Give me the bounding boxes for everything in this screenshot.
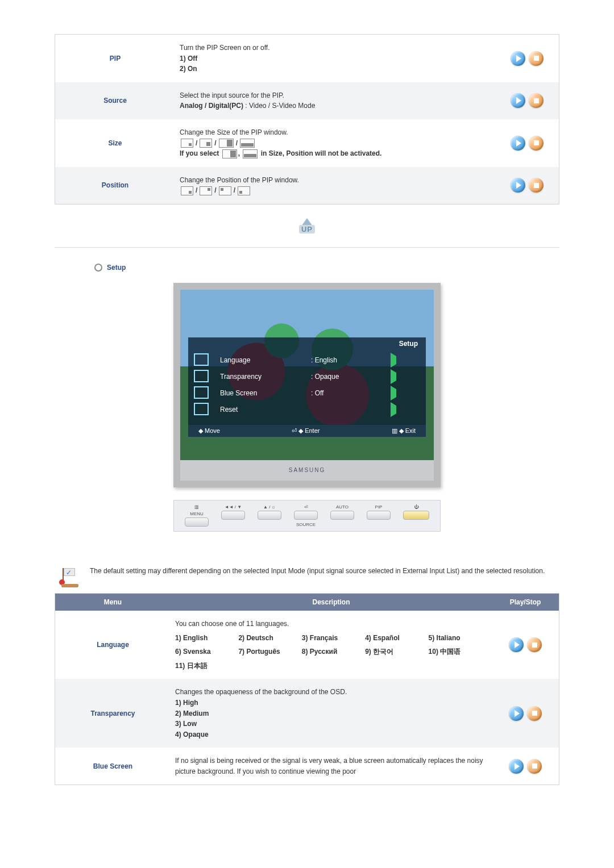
up-button[interactable]: UP (299, 218, 315, 233)
osd-item-label: Language (220, 356, 311, 364)
triangle-icon (391, 369, 396, 384)
triangle-icon (391, 402, 396, 417)
setup-heading-text: Setup (107, 264, 126, 272)
triangle-icon (391, 386, 396, 400)
hw-auto-button[interactable]: AUTO (330, 504, 354, 520)
osd-row-icon (194, 353, 209, 366)
language-option: 10) 中国语 (429, 646, 487, 657)
hw-pip-button[interactable]: PIP (367, 504, 391, 520)
osd-row-icon (194, 386, 209, 399)
stop-icon[interactable] (529, 93, 544, 108)
osd-item-label: Blue Screen (220, 389, 311, 397)
play-icon[interactable] (509, 637, 524, 652)
pip-row-name: Size (55, 119, 176, 167)
pip-row-name: Source (55, 82, 176, 119)
cell-language-play (492, 611, 559, 679)
monitor-brand: SAMSUNG (180, 460, 434, 481)
language-option: 2) Deutsch (238, 633, 297, 644)
stop-icon[interactable] (529, 178, 544, 193)
language-option: 1) English (175, 633, 234, 644)
pip-row: PositionChange the Position of the PIP w… (55, 167, 559, 205)
osd-hint-exit: ▥ Exit (392, 427, 416, 435)
play-icon[interactable] (509, 759, 524, 774)
up-label: UP (299, 225, 315, 233)
hw-brightness-button[interactable]: ▲ / ☼ (258, 504, 281, 520)
language-option: 4) Español (365, 633, 424, 644)
section-divider (55, 247, 559, 248)
stop-icon[interactable] (527, 637, 542, 652)
osd-item-value: : Off (311, 389, 391, 397)
osd-preview: Setup Language: EnglishTransparency: Opa… (173, 283, 441, 532)
cell-language-name: Language (55, 611, 171, 679)
osd-row-icon (194, 403, 209, 415)
hw-menu-button[interactable]: ▥MENU (185, 504, 209, 527)
note-icon (59, 567, 80, 587)
play-icon[interactable] (511, 136, 525, 151)
stop-icon[interactable] (527, 759, 542, 774)
transparency-option: 2) Medium (175, 708, 487, 719)
pip-row-desc: Select the input source for the PIP.Anal… (175, 82, 495, 119)
osd-title: Setup (188, 337, 426, 350)
pip-row-play (495, 119, 559, 167)
cell-bluescreen-name: Blue Screen (55, 748, 171, 785)
hardware-button-strip: ▥MENU ◄◄ / ▼ ▲ / ☼ ⏎ SOURCE AUTO PIP ⏻ (173, 500, 441, 532)
language-option: 5) Italiano (429, 633, 487, 644)
bullet-icon (94, 264, 102, 272)
cell-language-desc: You can choose one of 11 languages. 1) E… (171, 611, 492, 679)
cell-bluescreen-play (492, 748, 559, 785)
osd-item-label: Reset (220, 406, 311, 414)
setup-settings-table: Menu Description Play/Stop Language You … (55, 593, 559, 786)
language-option: 7) Português (238, 646, 297, 657)
pip-row-name: Position (55, 167, 176, 205)
language-option: 8) Русский (302, 646, 360, 657)
osd-hint-move: Move (198, 427, 220, 435)
stop-icon[interactable] (527, 706, 542, 721)
pip-row: SizeChange the Size of the PIP window.//… (55, 119, 559, 167)
stop-icon[interactable] (529, 51, 544, 66)
osd-row-icon (194, 370, 209, 382)
osd-item-value: : English (311, 356, 391, 364)
osd-item-value: : Opaque (311, 373, 391, 381)
play-icon[interactable] (511, 178, 525, 193)
cell-transparency-play (492, 679, 559, 748)
row-blue-screen: Blue Screen If no signal is being receiv… (55, 748, 559, 785)
osd-item-label: Transparency (220, 373, 311, 381)
col-menu: Menu (55, 593, 171, 611)
language-option: 11) 日本語 (175, 661, 234, 671)
play-icon[interactable] (511, 93, 525, 108)
play-icon[interactable] (511, 51, 525, 66)
play-icon[interactable] (509, 706, 524, 721)
pip-row-name: PIP (55, 35, 176, 82)
transparency-option: 1) High (175, 698, 487, 708)
transparency-option: 3) Low (175, 719, 487, 729)
transparency-option: 4) Opaque (175, 729, 487, 740)
cell-transparency-desc: Changes the opaqueness of the background… (171, 679, 492, 748)
cell-bluescreen-desc: If no signal is being received or the si… (171, 748, 492, 785)
setup-section-title: Setup (94, 264, 559, 272)
pip-row-play (495, 167, 559, 205)
pip-row: PIPTurn the PIP Screen on or off.1) Off2… (55, 35, 559, 82)
pip-row-play (495, 82, 559, 119)
row-transparency: Transparency Changes the opaqueness of t… (55, 679, 559, 748)
row-language: Language You can choose one of 11 langua… (55, 611, 559, 679)
hw-volume-button[interactable]: ◄◄ / ▼ (221, 504, 245, 520)
note-text: The default setting may different depend… (90, 566, 545, 577)
pip-row-desc: Turn the PIP Screen on or off.1) Off2) O… (175, 35, 495, 82)
col-playstop: Play/Stop (492, 593, 559, 611)
language-option: 6) Svenska (175, 646, 234, 657)
stop-icon[interactable] (529, 136, 544, 151)
pip-row: SourceSelect the input source for the PI… (55, 82, 559, 119)
hw-power-button[interactable]: ⏻ (403, 504, 429, 520)
col-description: Description (171, 593, 492, 611)
pip-row-desc: Change the Position of the PIP window.//… (175, 167, 495, 205)
cell-transparency-name: Transparency (55, 679, 171, 748)
pip-row-desc: Change the Size of the PIP window.///If … (175, 119, 495, 167)
hw-enter-button[interactable]: ⏎ SOURCE (294, 504, 318, 527)
pip-settings-table: PIPTurn the PIP Screen on or off.1) Off2… (55, 34, 559, 205)
language-option: 9) 한국어 (365, 646, 424, 657)
triangle-icon (391, 353, 396, 368)
osd-hint-enter: ⏎ Enter (292, 427, 320, 435)
pip-row-play (495, 35, 559, 82)
resolution-note: The default setting may different depend… (59, 566, 559, 587)
language-option: 3) Français (302, 633, 360, 644)
